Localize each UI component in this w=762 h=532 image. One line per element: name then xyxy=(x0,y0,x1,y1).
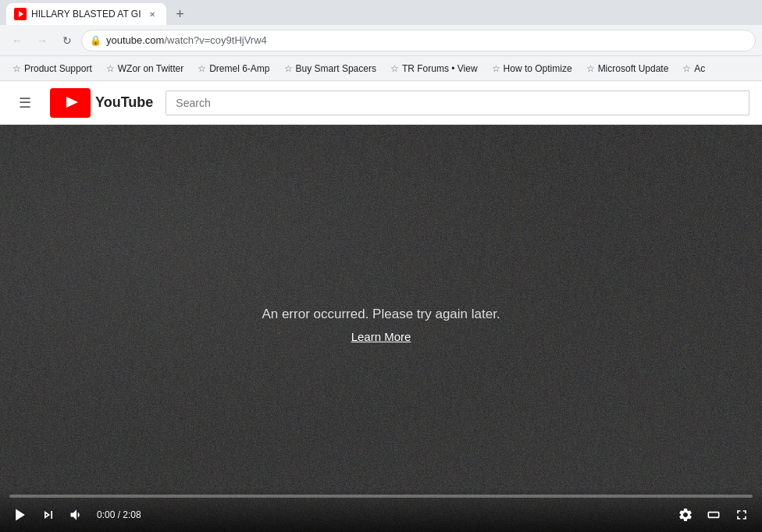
bookmark-label: Buy Smart Spacers xyxy=(296,63,376,74)
bookmark-label: TR Forums • View xyxy=(402,63,478,74)
bookmark-how-to-optimize[interactable]: ☆ How to Optimize xyxy=(486,60,579,77)
theater-mode-button[interactable] xyxy=(703,504,725,526)
theater-icon xyxy=(706,507,721,523)
star-icon: ☆ xyxy=(492,63,500,74)
back-icon: ← xyxy=(12,34,23,47)
bookmark-label: Product Support xyxy=(24,63,92,74)
star-icon: ☆ xyxy=(390,63,399,74)
youtube-header: ☰ YouTube xyxy=(0,81,762,125)
skip-icon xyxy=(41,507,56,523)
tab-favicon xyxy=(14,8,27,20)
star-icon: ☆ xyxy=(682,63,691,74)
settings-button[interactable] xyxy=(675,504,696,526)
error-overlay: An error occurred. Please try again late… xyxy=(262,307,500,343)
tab-strip: HILLARY BLASTED AT GI ✕ + xyxy=(6,0,191,25)
back-button[interactable]: ← xyxy=(6,30,28,51)
error-message: An error occurred. Please try again late… xyxy=(262,307,500,322)
star-icon: ☆ xyxy=(12,63,21,74)
bookmark-wzor[interactable]: ☆ WZor on Twitter xyxy=(100,60,190,77)
bookmark-label: Microsoft Update xyxy=(598,63,669,74)
bookmark-tr-forums[interactable]: ☆ TR Forums • View xyxy=(384,60,484,77)
bookmark-product-support[interactable]: ☆ Product Support xyxy=(6,60,98,77)
star-icon: ☆ xyxy=(586,63,595,74)
bookmark-dremel[interactable]: ☆ Dremel 6-Amp xyxy=(191,60,276,77)
forward-icon: → xyxy=(37,34,48,47)
new-tab-button[interactable]: + xyxy=(169,3,191,25)
active-tab[interactable]: HILLARY BLASTED AT GI ✕ xyxy=(6,3,166,25)
video-controls: 0:00 / 2:08 xyxy=(0,488,762,532)
video-player: An error occurred. Please try again late… xyxy=(0,125,762,532)
bookmark-microsoft-update[interactable]: ☆ Microsoft Update xyxy=(580,60,675,77)
title-bar: HILLARY BLASTED AT GI ✕ + xyxy=(0,0,762,25)
reload-icon: ↻ xyxy=(62,34,72,47)
time-display: 0:00 / 2:08 xyxy=(97,509,141,520)
svg-marker-4 xyxy=(16,509,25,521)
address-bar[interactable]: 🔒 youtube.com/watch?v=coy9tHjVrw4 xyxy=(81,30,756,51)
star-icon: ☆ xyxy=(284,63,293,74)
right-controls xyxy=(675,504,753,526)
progress-bar[interactable] xyxy=(9,495,753,498)
controls-row: 0:00 / 2:08 xyxy=(9,504,753,526)
youtube-logo[interactable]: YouTube xyxy=(50,88,153,118)
browser-toolbar: ← → ↻ 🔒 youtube.com/watch?v=coy9tHjVrw4 xyxy=(0,25,762,56)
play-icon xyxy=(12,507,28,523)
reload-button[interactable]: ↻ xyxy=(56,30,78,51)
tab-close-button[interactable]: ✕ xyxy=(146,8,158,20)
search-input[interactable] xyxy=(166,90,750,115)
bookmark-smart-spacers[interactable]: ☆ Buy Smart Spacers xyxy=(278,60,383,77)
star-icon: ☆ xyxy=(106,63,115,74)
skip-button[interactable] xyxy=(37,504,59,526)
bookmarks-bar: ☆ Product Support ☆ WZor on Twitter ☆ Dr… xyxy=(0,56,762,81)
bookmark-label: Dremel 6-Amp xyxy=(209,63,269,74)
bookmark-ac[interactable]: ☆ Ac xyxy=(676,60,711,77)
lock-icon: 🔒 xyxy=(90,35,101,46)
address-domain: youtube.com xyxy=(106,34,164,46)
fullscreen-icon xyxy=(734,507,750,523)
volume-button[interactable] xyxy=(66,504,87,526)
youtube-logo-text: YouTube xyxy=(95,94,153,111)
settings-icon xyxy=(678,507,693,523)
hamburger-menu-button[interactable]: ☰ xyxy=(12,88,37,118)
volume-icon xyxy=(69,507,84,523)
play-button[interactable] xyxy=(9,504,31,526)
page-content: ☰ YouTube An error occurred. Please try … xyxy=(0,81,762,532)
star-icon: ☆ xyxy=(198,63,206,74)
address-text: youtube.com/watch?v=coy9tHjVrw4 xyxy=(106,34,747,46)
tab-title: HILLARY BLASTED AT GI xyxy=(31,9,141,20)
youtube-logo-icon xyxy=(50,88,91,118)
learn-more-link[interactable]: Learn More xyxy=(262,330,500,343)
forward-button[interactable]: → xyxy=(31,30,53,51)
bookmark-label: How to Optimize xyxy=(504,63,572,74)
address-path: /watch?v=coy9tHjVrw4 xyxy=(164,34,266,46)
fullscreen-button[interactable] xyxy=(731,504,753,526)
bookmark-label: Ac xyxy=(694,63,705,74)
bookmark-label: WZor on Twitter xyxy=(118,63,183,74)
